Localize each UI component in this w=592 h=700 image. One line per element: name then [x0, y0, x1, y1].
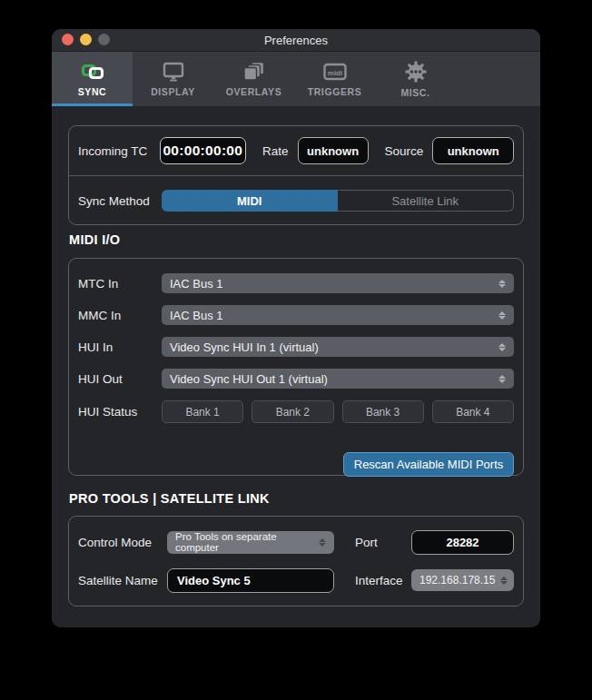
tab-sync-label: SYNC	[78, 86, 107, 97]
bank-3-button[interactable]: Bank 3	[342, 400, 424, 423]
hui-out-row: HUI Out Video Sync HUI Out 1 (virtual)	[78, 369, 514, 389]
gear-icon	[405, 61, 427, 83]
preferences-toolbar: SYNC DISPLAY	[52, 52, 540, 106]
mtc-in-label: MTC In	[78, 277, 162, 291]
tab-sync[interactable]: SYNC	[52, 52, 133, 106]
rescan-row: Rescan Available MIDI Ports	[78, 452, 514, 477]
tab-display[interactable]: DISPLAY	[133, 52, 213, 106]
hui-in-label: HUI In	[78, 340, 162, 354]
stepper-icon	[313, 538, 326, 547]
mmc-in-dropdown[interactable]: IAC Bus 1	[162, 305, 514, 325]
hui-status-row: HUI Status Bank 1 Bank 2 Bank 3 Bank 4	[78, 400, 514, 423]
incoming-tc-display: 00:00:00:00	[160, 137, 246, 164]
hui-in-dropdown[interactable]: Video Sync HUI In 1 (virtual)	[162, 337, 514, 357]
stepper-icon	[495, 577, 508, 585]
sync-method-segmented-control: MIDI Satellite Link	[162, 190, 514, 212]
sync-method-satellite-option[interactable]: Satellite Link	[338, 190, 515, 212]
traffic-lights	[62, 34, 110, 45]
title-bar: Preferences	[52, 29, 540, 52]
overlays-icon	[243, 62, 265, 82]
minimize-button[interactable]	[80, 34, 92, 45]
stepper-icon	[493, 280, 506, 288]
midi-io-header: MIDI I/O	[69, 232, 120, 247]
bank-4-button[interactable]: Bank 4	[432, 400, 514, 423]
hui-in-row: HUI In Video Sync HUI In 1 (virtual)	[78, 337, 514, 357]
control-mode-row: Control Mode Pro Tools on separate compu…	[78, 530, 514, 555]
screen: Preferences SYNC	[0, 0, 592, 700]
control-mode-value: Pro Tools on separate computer	[175, 531, 313, 553]
rescan-midi-ports-button[interactable]: Rescan Available MIDI Ports	[343, 452, 514, 477]
tab-overlays-label: OVERLAYS	[226, 86, 282, 97]
port-label: Port	[355, 536, 411, 549]
rate-label: Rate	[262, 144, 289, 158]
rate-display: unknown	[298, 137, 369, 164]
close-button[interactable]	[62, 34, 74, 45]
mmc-in-value: IAC Bus 1	[170, 309, 223, 322]
satellite-name-label: Satellite Name	[78, 574, 167, 587]
sync-pane: Incoming TC 00:00:00:00 Rate unknown Sou…	[52, 106, 540, 627]
bank-1-button[interactable]: Bank 1	[162, 400, 243, 423]
stepper-icon	[493, 375, 506, 383]
mtc-in-dropdown[interactable]: IAC Bus 1	[162, 273, 514, 293]
bank-2-button[interactable]: Bank 2	[252, 400, 333, 423]
interface-value: 192.168.178.15	[419, 574, 495, 587]
tab-overlays[interactable]: OVERLAYS	[213, 52, 294, 106]
hui-status-label: HUI Status	[78, 405, 162, 419]
window-title: Preferences	[52, 34, 540, 47]
midi-plug-icon: midi	[323, 62, 347, 82]
hui-out-dropdown[interactable]: Video Sync HUI Out 1 (virtual)	[162, 369, 514, 389]
hui-out-label: HUI Out	[78, 372, 162, 386]
interface-label: Interface	[355, 574, 411, 587]
mtc-in-value: IAC Bus 1	[170, 277, 223, 291]
incoming-tc-row: Incoming TC 00:00:00:00 Rate unknown Sou…	[69, 126, 523, 175]
hui-bank-buttons: Bank 1 Bank 2 Bank 3 Bank 4	[162, 400, 514, 423]
incoming-tc-label: Incoming TC	[78, 144, 160, 158]
satellite-name-row: Satellite Name Video Sync 5 Interface 19…	[78, 568, 514, 593]
mmc-in-row: MMC In IAC Bus 1	[78, 305, 514, 325]
timecode-panel: Incoming TC 00:00:00:00 Rate unknown Sou…	[68, 125, 524, 225]
mtc-in-row: MTC In IAC Bus 1	[78, 273, 514, 293]
tab-display-label: DISPLAY	[151, 86, 195, 97]
sync-method-row: Sync Method MIDI Satellite Link	[69, 176, 523, 225]
stepper-icon	[493, 311, 506, 320]
zoom-button	[98, 34, 110, 45]
control-mode-dropdown[interactable]: Pro Tools on separate computer	[167, 531, 334, 554]
tab-triggers-label: TRIGGERS	[308, 86, 362, 97]
tab-triggers[interactable]: midi TRIGGERS	[294, 52, 375, 106]
sync-method-midi-option[interactable]: MIDI	[162, 190, 338, 212]
satellite-link-panel: Control Mode Pro Tools on separate compu…	[68, 516, 524, 606]
satellite-link-header: PRO TOOLS | SATELLITE LINK	[69, 491, 270, 506]
tab-misc[interactable]: MISC.	[375, 52, 456, 106]
hui-out-value: Video Sync HUI Out 1 (virtual)	[170, 372, 328, 386]
sync-method-label: Sync Method	[78, 194, 162, 208]
midi-io-panel: MTC In IAC Bus 1 MMC In IAC Bus 1 HUI In	[68, 258, 524, 476]
interface-dropdown[interactable]: 192.168.178.15	[411, 569, 514, 591]
display-icon	[163, 62, 184, 82]
source-display: unknown	[432, 137, 514, 164]
svg-text:midi: midi	[327, 68, 341, 76]
preferences-window: Preferences SYNC	[52, 29, 540, 627]
port-input[interactable]: 28282	[411, 530, 514, 555]
hui-in-value: Video Sync HUI In 1 (virtual)	[170, 340, 319, 354]
control-mode-label: Control Mode	[78, 536, 167, 549]
sync-icon	[81, 62, 104, 82]
stepper-icon	[493, 343, 506, 351]
satellite-name-input[interactable]: Video Sync 5	[167, 568, 334, 593]
mmc-in-label: MMC In	[78, 309, 162, 322]
source-label: Source	[385, 144, 424, 158]
tab-misc-label: MISC.	[400, 87, 429, 98]
